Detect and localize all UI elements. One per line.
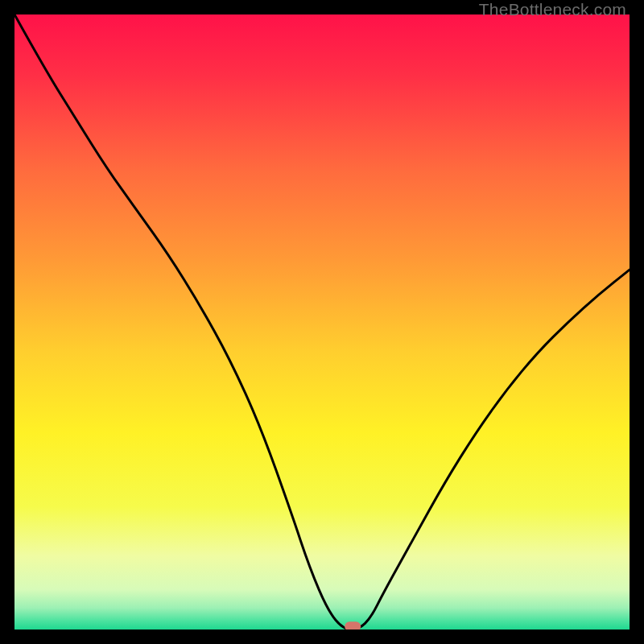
plot-svg <box>14 14 630 630</box>
watermark-text: TheBottleneck.com <box>479 0 626 19</box>
gradient-background <box>14 14 630 630</box>
chart-frame <box>14 14 630 630</box>
optimal-point-marker <box>345 621 361 630</box>
